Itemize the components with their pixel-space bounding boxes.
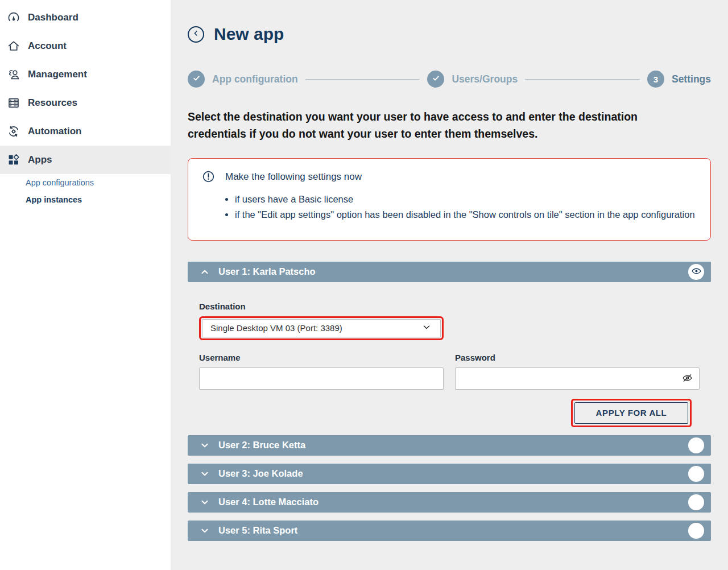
step-settings: 3 Settings bbox=[647, 71, 711, 88]
step-connector bbox=[525, 79, 640, 80]
visibility-toggle-button[interactable] bbox=[688, 264, 704, 280]
sidebar-item-label: Resources bbox=[28, 97, 77, 109]
sidebar-item-resources[interactable]: Resources bbox=[0, 89, 171, 117]
sidebar-subitem-app-configurations[interactable]: App configurations bbox=[0, 174, 171, 191]
sidebar-item-label: Management bbox=[28, 69, 87, 80]
chevron-left-icon bbox=[191, 28, 201, 40]
notice-bullet-list: if users have a Basic license if the "Ed… bbox=[225, 192, 697, 222]
username-label: Username bbox=[199, 353, 444, 362]
chevron-down-icon bbox=[198, 496, 211, 509]
destination-select[interactable]: Single Desktop VM 03 (Port: 3389) bbox=[202, 319, 441, 337]
chevron-down-icon bbox=[198, 468, 211, 480]
user-1-settings-panel: Destination Single Desktop VM 03 (Port: … bbox=[188, 282, 711, 427]
stepper: App configuration Users/Groups 3 Setting… bbox=[188, 71, 711, 88]
accordion-title: User 3: Joe Kolade bbox=[218, 468, 303, 479]
check-icon bbox=[192, 73, 201, 85]
visibility-toggle-button[interactable] bbox=[688, 523, 704, 539]
accordion-user-4[interactable]: User 4: Lotte Macciato bbox=[188, 492, 711, 513]
eye-slash-icon bbox=[681, 377, 693, 386]
check-icon bbox=[431, 73, 441, 85]
visibility-toggle-button[interactable] bbox=[688, 494, 704, 510]
sidebar-item-dashboard[interactable]: Dashboard bbox=[0, 3, 171, 32]
page-description: Select the destination you want your use… bbox=[188, 108, 688, 142]
notice-bullet: if the "Edit app settings" option has be… bbox=[235, 208, 697, 222]
step-app-configuration: App configuration bbox=[188, 71, 298, 88]
destination-label: Destination bbox=[199, 301, 700, 311]
accordion-title: User 1: Karla Patscho bbox=[218, 266, 316, 277]
step-label: Users/Groups bbox=[452, 73, 518, 85]
apps-icon bbox=[7, 153, 20, 167]
accordion-user-5[interactable]: User 5: Rita Sport bbox=[188, 521, 711, 541]
sidebar-item-label: Apps bbox=[28, 154, 52, 166]
main-content: New app App configuration Users/Groups bbox=[171, 0, 728, 570]
sidebar-item-label: Automation bbox=[28, 126, 81, 137]
password-visibility-button[interactable] bbox=[680, 371, 694, 386]
step-complete-circle[interactable] bbox=[188, 71, 205, 88]
apply-for-all-button[interactable]: APPLY FOR ALL bbox=[574, 402, 688, 424]
username-input[interactable] bbox=[199, 367, 444, 390]
chevron-down-icon bbox=[198, 439, 211, 452]
accordion-title: User 5: Rita Sport bbox=[218, 525, 297, 536]
page-title: New app bbox=[214, 24, 284, 44]
visibility-toggle-button[interactable] bbox=[688, 437, 704, 453]
step-label: App configuration bbox=[212, 73, 298, 85]
step-users-groups: Users/Groups bbox=[427, 71, 518, 88]
accordion-user-2[interactable]: User 2: Bruce Ketta bbox=[188, 435, 711, 456]
chevron-up-icon bbox=[198, 266, 211, 278]
annotation-highlight-apply: APPLY FOR ALL bbox=[571, 399, 692, 427]
annotation-highlight-destination: Single Desktop VM 03 (Port: 3389) bbox=[199, 316, 444, 340]
step-label: Settings bbox=[672, 73, 711, 85]
chevron-down-icon bbox=[198, 524, 211, 537]
accordion-title: User 4: Lotte Macciato bbox=[218, 497, 318, 507]
back-button[interactable] bbox=[188, 26, 204, 43]
accordion-user-3[interactable]: User 3: Joe Kolade bbox=[188, 464, 711, 484]
page-header: New app bbox=[188, 0, 711, 44]
sidebar-item-automation[interactable]: Automation bbox=[0, 117, 171, 146]
notice-title: Make the following settings now bbox=[225, 171, 362, 183]
password-input[interactable] bbox=[455, 367, 700, 390]
server-icon bbox=[7, 96, 20, 110]
gauge-icon bbox=[7, 11, 20, 24]
sidebar-item-account[interactable]: Account bbox=[0, 32, 171, 60]
sidebar-item-label: Dashboard bbox=[28, 12, 78, 23]
sidebar-item-label: Account bbox=[28, 40, 67, 52]
sidebar-subitem-label: App configurations bbox=[26, 178, 94, 187]
step-number-circle[interactable]: 3 bbox=[647, 71, 664, 88]
destination-selected-value: Single Desktop VM 03 (Port: 3389) bbox=[210, 323, 342, 333]
step-connector bbox=[305, 79, 420, 80]
sidebar-subitem-label: App instances bbox=[26, 195, 82, 204]
sidebar-subitem-app-instances[interactable]: App instances bbox=[0, 191, 171, 208]
notice-bullet: if users have a Basic license bbox=[235, 192, 697, 206]
password-label: Password bbox=[455, 353, 700, 362]
accordion-title: User 2: Bruce Ketta bbox=[218, 440, 305, 451]
automation-icon bbox=[7, 125, 20, 138]
chevron-down-icon bbox=[421, 321, 432, 334]
users-icon bbox=[7, 68, 20, 81]
home-icon bbox=[7, 39, 20, 53]
sidebar-item-management[interactable]: Management bbox=[0, 60, 171, 89]
sidebar-item-apps[interactable]: Apps bbox=[0, 146, 171, 174]
eye-icon bbox=[691, 266, 702, 278]
accordion-user-1[interactable]: User 1: Karla Patscho bbox=[188, 262, 711, 282]
notice-box: Make the following settings now if users… bbox=[188, 158, 711, 241]
visibility-toggle-button[interactable] bbox=[688, 466, 704, 482]
step-complete-circle[interactable] bbox=[427, 71, 444, 88]
exclamation-circle-icon bbox=[202, 170, 215, 183]
sidebar: Dashboard Account Management Resources A… bbox=[0, 0, 171, 570]
